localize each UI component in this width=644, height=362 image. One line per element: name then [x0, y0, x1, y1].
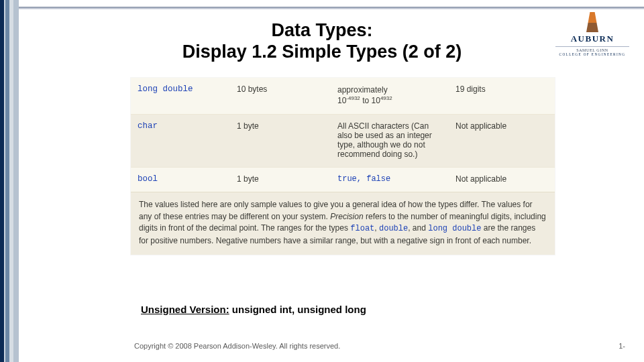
- table-row: bool 1 byte true, false Not applicable: [131, 167, 555, 192]
- logo-wordmark: AUBURN: [555, 34, 629, 44]
- types-table: long double 10 bytes approximately 10-49…: [131, 78, 555, 255]
- range-cell: All ASCII characters (Can also be used a…: [331, 115, 449, 167]
- precision-cell: Not applicable: [449, 168, 555, 192]
- type-cell: long double: [131, 78, 230, 102]
- precision-cell: Not applicable: [449, 115, 555, 139]
- unsigned-note: Unsigned Version: unsigned int, unsigned…: [141, 304, 366, 315]
- tower-icon: [586, 12, 598, 32]
- code-double: double: [379, 224, 408, 233]
- copyright-text: Copyright © 2008 Pearson Addison-Wesley.…: [134, 342, 340, 350]
- title-line-1: Data Types:: [134, 20, 510, 42]
- type-cell: char: [131, 115, 230, 139]
- code-float: float: [350, 224, 374, 233]
- range-cell: true, false: [331, 168, 449, 192]
- title-line-2: Display 1.2 Simple Types (2 of 2): [134, 42, 510, 63]
- precision-term: Precision: [330, 212, 363, 221]
- left-decorative-rail: [0, 0, 19, 362]
- size-cell: 1 byte: [230, 115, 331, 139]
- size-cell: 1 byte: [230, 168, 331, 192]
- unsigned-label: Unsigned Version:: [141, 304, 229, 315]
- code-long-double: long double: [428, 224, 481, 233]
- size-cell: 10 bytes: [230, 78, 331, 102]
- slide-title: Data Types: Display 1.2 Simple Types (2 …: [134, 20, 510, 63]
- logo-divider: [555, 46, 629, 47]
- range-values: 10-4932 to 104932: [337, 95, 442, 106]
- slide: Data Types: Display 1.2 Simple Types (2 …: [0, 0, 644, 362]
- page-number: 1-: [619, 342, 625, 350]
- logo-subtitle-2: COLLEGE OF ENGINEERING: [555, 52, 629, 56]
- table-footnote: The values listed here are only sample v…: [131, 192, 555, 255]
- range-prefix: approximately: [337, 84, 442, 95]
- auburn-logo: AUBURN SAMUEL GINN COLLEGE OF ENGINEERIN…: [555, 12, 629, 56]
- precision-cell: 19 digits: [449, 78, 555, 102]
- range-cell: approximately 10-4932 to 104932: [331, 78, 449, 114]
- type-cell: bool: [131, 168, 230, 192]
- top-accent-bar: [19, 7, 644, 9]
- table-row: char 1 byte All ASCII characters (Can al…: [131, 114, 555, 167]
- table-row: long double 10 bytes approximately 10-49…: [131, 78, 555, 114]
- unsigned-text: unsigned int, unsigned long: [229, 304, 366, 315]
